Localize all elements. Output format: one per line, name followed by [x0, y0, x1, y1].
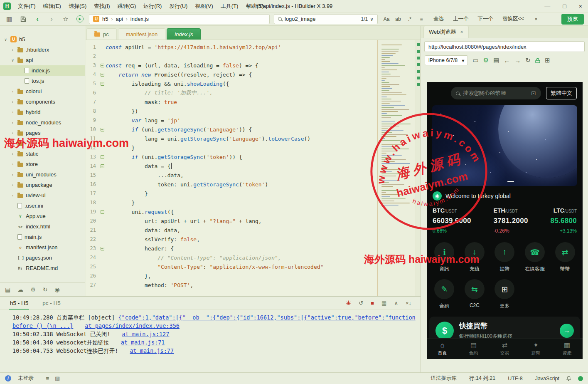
tree-item-App.vue[interactable]: VApp.vue: [0, 211, 85, 221]
breadcrumb-item[interactable]: index.js: [130, 16, 149, 22]
log-source-link[interactable]: at pages/index/index.vue:356: [85, 322, 180, 329]
fold-toggle-icon[interactable]: –: [101, 164, 104, 168]
ticker-BTC[interactable]: BTC/USDT66039.60000.66%: [433, 207, 471, 234]
find-filter-button[interactable]: ≡: [417, 15, 426, 23]
code-editor[interactable]: 1const apiUrl = 'https://417admin.1.haiw…: [86, 40, 377, 296]
fold-toggle-icon[interactable]: –: [101, 64, 104, 67]
export-image-icon[interactable]: ▦: [381, 300, 386, 306]
menu-视图(V)[interactable]: 视图(V): [191, 1, 217, 12]
chevron-down-icon[interactable]: ∨: [370, 16, 374, 22]
tree-item-.user.ini[interactable]: .user.ini: [0, 201, 85, 211]
nav-首頁[interactable]: ⌂首頁: [427, 339, 458, 359]
tree-item-colorui[interactable]: ›colorui: [0, 86, 85, 97]
fold-toggle-icon[interactable]: –: [101, 128, 104, 131]
tree-item-components[interactable]: ›components: [0, 97, 85, 107]
find-action-下一个[interactable]: 下一个: [475, 14, 497, 24]
feature-c2c[interactable]: ⇆C2C: [460, 276, 490, 313]
menu-工具(T)[interactable]: 工具(T): [217, 1, 242, 12]
stop-icon[interactable]: ■: [371, 300, 374, 306]
tree-item-api[interactable]: ∨api: [0, 55, 85, 65]
tree-item-.hbuilderx[interactable]: ›.hbuilderx: [0, 45, 85, 55]
coin-search-input[interactable]: 搜索您關心的幣種 ⊡: [451, 87, 541, 99]
editor-tab-index.js[interactable]: index.js: [167, 28, 201, 40]
back-arrow-icon[interactable]: ←: [504, 57, 510, 64]
url-input[interactable]: [424, 41, 585, 52]
nav-新幣[interactable]: ✦新幣: [520, 339, 551, 359]
preview-target-icon[interactable]: ◉: [55, 286, 60, 293]
close-button[interactable]: ×: [579, 3, 582, 10]
collapse-panel-icon[interactable]: ∧: [394, 300, 398, 306]
feature-contract[interactable]: ✎合約: [429, 276, 460, 313]
outline-list-icon[interactable]: ≡: [46, 375, 49, 382]
status-行:14 列:21[interactable]: 行:14 列:21: [469, 375, 495, 382]
nav-合約[interactable]: ▤合約: [458, 339, 489, 359]
login-status[interactable]: 未登录: [18, 375, 34, 382]
match-case-button[interactable]: Aa: [382, 15, 391, 23]
regex-button[interactable]: .*: [405, 15, 414, 23]
tree-item-index.js[interactable]: index.js: [0, 65, 85, 76]
fold-toggle-icon[interactable]: –: [101, 155, 104, 159]
minimap[interactable]: [377, 40, 416, 296]
menu-文件(F)[interactable]: 文件(F): [14, 1, 39, 12]
debug-ant-icon[interactable]: [346, 300, 351, 307]
menu-发行(U)[interactable]: 发行(U): [165, 1, 191, 12]
editor-scrollbar[interactable]: [416, 40, 421, 296]
account-info-icon[interactable]: i: [5, 375, 11, 382]
editor-tab-manifest.json[interactable]: manifest.json: [118, 28, 166, 40]
status-JavaScript[interactable]: JavaScript: [535, 376, 559, 382]
new-window-icon[interactable]: ▭: [472, 57, 478, 64]
menu-查找(I)[interactable]: 查找(I): [90, 1, 113, 12]
feature-deposit[interactable]: ↓充值: [460, 239, 490, 276]
close-icon[interactable]: ×: [460, 29, 463, 35]
log-source-link[interactable]: at main.js:71: [121, 339, 165, 346]
maxim ize-button[interactable]: □: [563, 3, 566, 10]
tree-item-README.md[interactable]: M↓README.md: [0, 263, 85, 273]
tree-item-hybrid[interactable]: ›hybrid: [0, 107, 85, 117]
feature-withdraw[interactable]: ↑提幣: [490, 239, 520, 276]
ticker-ETH[interactable]: ETH/USDT3781.2000-0.26%: [494, 207, 528, 234]
refresh-icon[interactable]: ↻: [525, 57, 531, 64]
navigate-back-icon[interactable]: ‹: [32, 15, 42, 24]
find-action-全选[interactable]: 全选: [430, 14, 447, 24]
tree-item-node_modules[interactable]: ›node_modules: [0, 117, 85, 128]
browser-tab[interactable]: Web浏览器 ×: [423, 26, 469, 38]
nav-交易[interactable]: ⇄交易: [489, 339, 520, 359]
find-input[interactable]: logo2_image 1/1 ∨: [274, 14, 378, 24]
feature-service[interactable]: ☎在線客服: [520, 239, 550, 276]
history-icon[interactable]: ↺: [359, 300, 363, 306]
menu-运行(R)[interactable]: 运行(R): [140, 1, 165, 12]
fold-toggle-icon[interactable]: –: [101, 210, 104, 214]
fold-toggle-icon[interactable]: –: [101, 73, 104, 77]
settings-gear-icon[interactable]: ⚙: [30, 286, 36, 293]
tree-item-pages.json[interactable]: [ ]pages.json: [0, 253, 85, 263]
editor-tab-pc[interactable]: pc: [86, 28, 117, 40]
preview-button[interactable]: 预览: [561, 14, 584, 25]
status-UTF-8[interactable]: UTF-8: [508, 376, 522, 382]
console-panel-icon[interactable]: ▤: [493, 57, 499, 64]
console-tab-h5 - H5[interactable]: h5 - H5: [9, 297, 29, 310]
find-action-上一个[interactable]: 上一个: [450, 14, 472, 24]
feature-more[interactable]: ⊞更多: [490, 276, 520, 313]
tree-item-manifest.json[interactable]: ⚙manifest.json: [0, 242, 85, 253]
log-source-link[interactable]: at main.js:127: [122, 331, 170, 337]
whole-word-button[interactable]: ab: [394, 15, 403, 23]
lock-icon[interactable]: [535, 58, 540, 63]
console-tab-pc - H5[interactable]: pc - H5: [42, 297, 62, 310]
explorer-files-icon[interactable]: ▤: [5, 286, 10, 293]
tree-item-pages[interactable]: ›pages: [0, 128, 85, 138]
navigate-forward-icon[interactable]: ›: [47, 15, 57, 24]
ticker-LTC[interactable]: LTC/USDT85.6800+3.13%: [550, 207, 577, 234]
sync-icon[interactable]: ↻: [43, 286, 48, 293]
notification-bell-icon[interactable]: [566, 376, 571, 381]
arrow-right-icon[interactable]: →: [560, 324, 574, 338]
hero-banner[interactable]: [432, 105, 577, 186]
status-语法提示库[interactable]: 语法提示库: [431, 375, 457, 382]
tree-item-tos.js[interactable]: tos.js: [0, 76, 85, 86]
forward-arrow-icon[interactable]: →: [514, 57, 521, 64]
menu-跳转(G)[interactable]: 跳转(G): [114, 1, 140, 12]
tree-item-main.js[interactable]: main.js: [0, 232, 85, 242]
tree-item-unpackage[interactable]: ›unpackage: [0, 180, 85, 190]
breadcrumb-item[interactable]: api: [116, 16, 123, 22]
bookmark-star-icon[interactable]: ☆: [61, 15, 71, 24]
scan-icon[interactable]: ⊡: [531, 90, 536, 97]
